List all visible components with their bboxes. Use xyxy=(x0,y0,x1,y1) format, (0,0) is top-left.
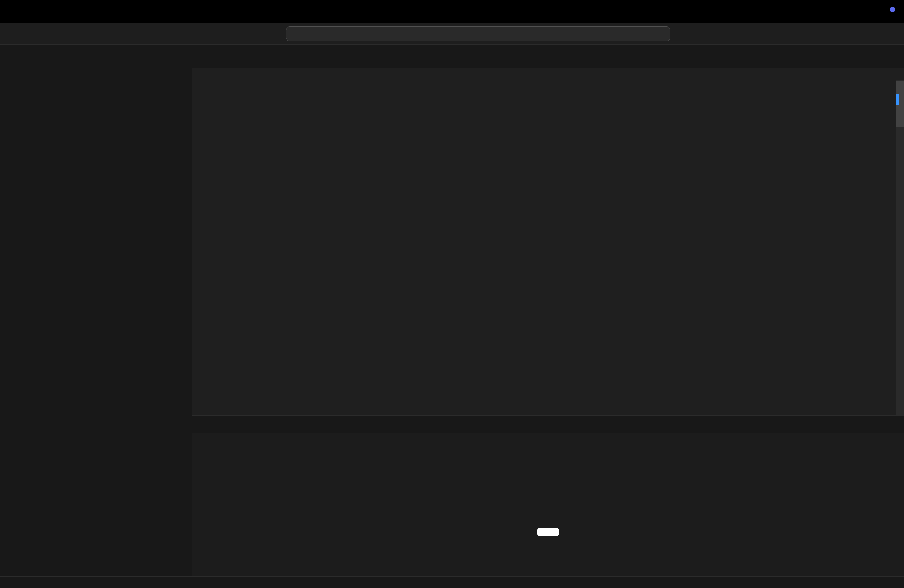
title-bar xyxy=(0,23,904,44)
share-button[interactable] xyxy=(680,28,697,38)
toggle-sidebar-button[interactable] xyxy=(842,28,854,40)
explorer-sidebar xyxy=(29,44,192,576)
share-icon xyxy=(680,28,690,38)
panel-left-icon xyxy=(843,28,853,39)
notification-dot xyxy=(890,7,895,12)
editor-group xyxy=(192,44,904,576)
chevron-down-icon xyxy=(691,30,697,36)
activity-bar xyxy=(0,44,29,576)
search-icon xyxy=(473,30,480,38)
status-bar xyxy=(0,576,904,588)
editor-actions xyxy=(896,44,904,68)
toggle-panel-button[interactable] xyxy=(863,28,875,40)
command-center-search[interactable] xyxy=(286,27,670,41)
workspace-root-row[interactable] xyxy=(29,64,192,77)
forward-button[interactable] xyxy=(263,28,275,40)
file-tree xyxy=(29,77,192,576)
indent-guide xyxy=(259,124,260,349)
editor-scrollbar[interactable] xyxy=(896,80,904,416)
tab-bar xyxy=(192,44,904,68)
compare-button[interactable] xyxy=(537,528,559,536)
panel-right-icon xyxy=(885,28,895,39)
layout-icon xyxy=(822,28,832,39)
breadcrumb[interactable] xyxy=(192,68,904,80)
compare-panel xyxy=(192,433,904,576)
panel-bottom-icon xyxy=(864,28,874,39)
chevron-down-icon xyxy=(33,66,42,75)
code-editor[interactable] xyxy=(192,80,904,416)
bottom-panel xyxy=(192,416,904,576)
arrow-right-icon xyxy=(264,28,275,39)
scrollbar-change-marker xyxy=(896,94,899,105)
back-button[interactable] xyxy=(246,28,258,40)
customize-layout-button[interactable] xyxy=(821,28,833,40)
ellipsis-icon xyxy=(174,49,183,58)
codelens[interactable] xyxy=(192,80,904,90)
git-compare-icon xyxy=(530,473,566,509)
layout-controls xyxy=(821,28,896,40)
indent-guide xyxy=(259,382,260,416)
vscode-window xyxy=(0,0,904,588)
indent-guide xyxy=(279,191,279,337)
arrow-left-icon xyxy=(247,28,258,39)
toggle-secondary-sidebar-button[interactable] xyxy=(884,28,896,40)
explorer-more-button[interactable] xyxy=(174,49,183,59)
menu-bar-strip xyxy=(0,0,904,23)
